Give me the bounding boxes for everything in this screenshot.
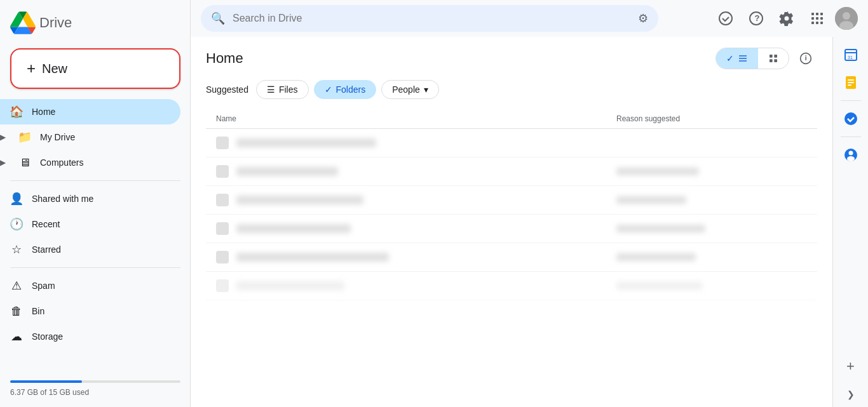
- row-name-cell: [216, 222, 616, 235]
- sidebar-item-label: Bin: [32, 306, 44, 316]
- sidebar-item-recent[interactable]: 🕐 Recent: [0, 211, 180, 237]
- reason-cell: [616, 196, 807, 204]
- svg-rect-30: [848, 84, 851, 86]
- my-drive-arrow[interactable]: ▶: [0, 133, 6, 142]
- svg-rect-19: [774, 55, 777, 58]
- filter-chip-files[interactable]: ☰ Files: [256, 80, 309, 99]
- grid-view-icon: [768, 53, 778, 63]
- reason-blurred: [616, 225, 705, 232]
- file-name-blurred: [236, 167, 338, 176]
- right-panel-tasks[interactable]: [838, 106, 864, 131]
- reason-cell: [616, 225, 807, 232]
- sidebar-item-computers[interactable]: 🖥 Computers: [8, 150, 191, 175]
- sidebar-item-label: Starred: [32, 244, 61, 255]
- new-button[interactable]: + New: [10, 48, 180, 89]
- top-bar-actions: ?: [713, 6, 858, 31]
- svg-rect-11: [820, 22, 823, 24]
- storage-bar-bg: [10, 380, 180, 383]
- svg-rect-6: [811, 17, 814, 20]
- reason-blurred: [616, 168, 699, 175]
- svg-point-34: [847, 156, 855, 161]
- table-row[interactable]: [206, 243, 817, 272]
- check-icon: ✓: [726, 53, 734, 63]
- filter-chip-folders[interactable]: ✓ Folders: [314, 80, 377, 99]
- settings-btn[interactable]: [774, 6, 799, 31]
- apps-btn[interactable]: [804, 6, 830, 31]
- table-row[interactable]: [206, 129, 817, 157]
- file-name-blurred: [236, 138, 376, 147]
- right-panel-calendar[interactable]: 31: [838, 42, 864, 67]
- svg-text:?: ?: [755, 13, 760, 23]
- row-name-cell: [216, 165, 616, 178]
- new-button-label: New: [42, 62, 67, 76]
- row-name-cell: [216, 279, 616, 292]
- reason-blurred: [616, 196, 686, 204]
- sidebar-item-shared[interactable]: 👤 Shared with me: [0, 186, 180, 211]
- page-header: Home ✓: [206, 47, 817, 70]
- tasks-icon-btn[interactable]: [713, 6, 738, 31]
- file-name-blurred: [236, 281, 344, 290]
- file-type-icon: [216, 137, 229, 149]
- settings-icon: [779, 11, 794, 26]
- table-row[interactable]: [206, 186, 817, 215]
- computers-arrow[interactable]: ▶: [0, 158, 6, 167]
- svg-rect-5: [820, 13, 823, 15]
- file-type-icon: [216, 279, 229, 292]
- top-bar: 🔍 ⚙ ?: [191, 0, 868, 37]
- sidebar-item-my-drive[interactable]: 📁 My Drive: [8, 124, 191, 150]
- svg-point-0: [719, 12, 732, 25]
- sidebar-header: Drive: [0, 5, 191, 46]
- filter-tabs: Suggested ☰ Files ✓ Folders People ▾: [206, 80, 817, 99]
- view-toggle: ✓: [715, 48, 789, 69]
- search-filter-icon[interactable]: ⚙: [638, 11, 648, 25]
- nav-divider-1: [10, 180, 180, 181]
- list-view-btn[interactable]: ✓: [716, 48, 758, 69]
- row-name-cell: [216, 251, 616, 264]
- sidebar: Drive + New 🏠 Home ▶ 📁 My Drive ▶ 🖥 Comp…: [0, 0, 191, 407]
- sidebar-item-computers-row: ▶ 🖥 Computers: [0, 150, 191, 175]
- content-area: Home ✓: [191, 37, 868, 407]
- grid-view-btn[interactable]: [758, 48, 789, 69]
- sidebar-item-storage[interactable]: ☁ Storage: [0, 324, 180, 349]
- file-type-icon: [216, 165, 229, 178]
- info-btn[interactable]: i: [794, 47, 817, 70]
- bin-icon: 🗑: [10, 305, 23, 317]
- main-area: 🔍 ⚙ ?: [191, 0, 868, 407]
- file-type-icon: [216, 251, 229, 264]
- right-panel-contacts[interactable]: [838, 142, 864, 168]
- check-circle-icon: [718, 11, 733, 26]
- table-row[interactable]: [206, 157, 817, 186]
- drive-logo-icon: [10, 10, 36, 36]
- sidebar-item-label: Home: [32, 107, 55, 117]
- file-type-icon: [216, 222, 229, 235]
- col-reason: Reason suggested: [616, 114, 807, 123]
- svg-rect-17: [739, 60, 747, 61]
- sidebar-divider: [190, 0, 191, 407]
- calendar-icon: 31: [843, 47, 858, 62]
- sidebar-item-spam[interactable]: ⚠ Spam: [0, 273, 180, 298]
- svg-point-33: [848, 151, 853, 156]
- app-title: Drive: [39, 15, 72, 31]
- expand-panel-btn[interactable]: ❯: [843, 387, 858, 402]
- list-icon: [738, 53, 748, 63]
- help-btn[interactable]: ?: [743, 6, 769, 31]
- sidebar-item-home[interactable]: 🏠 Home: [0, 99, 180, 124]
- file-name-blurred: [236, 253, 389, 262]
- sidebar-item-label: Spam: [32, 281, 55, 291]
- contacts-icon: [843, 147, 858, 163]
- sidebar-item-label: Shared with me: [32, 194, 93, 204]
- svg-rect-3: [811, 13, 814, 15]
- search-input[interactable]: [233, 13, 630, 24]
- filter-chip-people[interactable]: People ▾: [381, 80, 439, 99]
- table-row[interactable]: [206, 215, 817, 243]
- reason-blurred: [616, 253, 696, 261]
- main-content: Home ✓: [191, 37, 832, 407]
- table-row[interactable]: [206, 272, 817, 300]
- right-panel-keep[interactable]: [838, 70, 864, 95]
- sidebar-nav: 🏠 Home ▶ 📁 My Drive ▶ 🖥 Computers 👤 Shar…: [0, 99, 191, 375]
- sidebar-item-starred[interactable]: ☆ Starred: [0, 237, 180, 262]
- sidebar-item-bin[interactable]: 🗑 Bin: [0, 298, 180, 324]
- right-panel-add-btn[interactable]: +: [838, 354, 864, 379]
- svg-rect-21: [774, 59, 777, 62]
- avatar[interactable]: [835, 7, 858, 30]
